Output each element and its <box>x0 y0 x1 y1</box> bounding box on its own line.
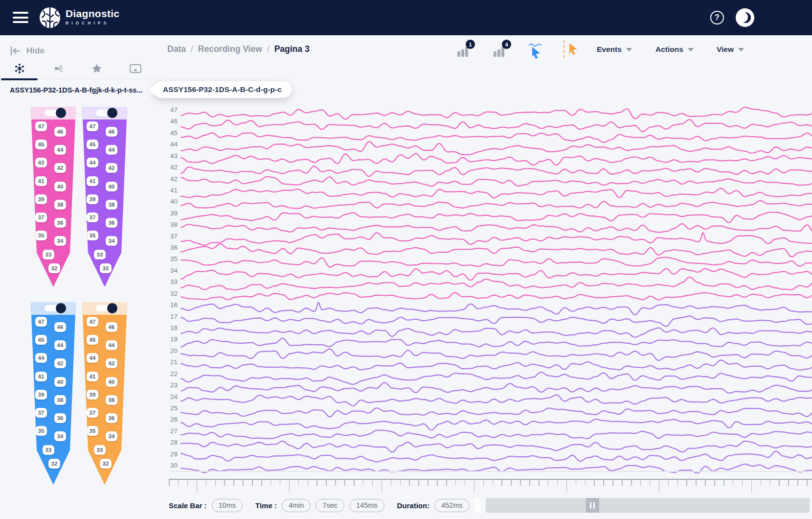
electrode-chip[interactable]: 41 <box>35 372 47 381</box>
shank-toggle[interactable] <box>45 110 62 116</box>
electrode-chip[interactable]: 45 <box>35 140 47 149</box>
electrode-chip[interactable]: 36 <box>106 218 117 228</box>
electrode-chip[interactable]: 38 <box>54 200 66 210</box>
electrode-chip[interactable]: 40 <box>106 377 117 387</box>
electrode-chip[interactable]: 40 <box>106 182 117 191</box>
electrode-chip[interactable]: 47 <box>35 121 47 131</box>
electrode-chip[interactable]: 44 <box>106 145 117 155</box>
tab-screen-share[interactable] <box>116 63 155 79</box>
electrode-chip[interactable]: 44 <box>106 340 117 350</box>
electrode-chip[interactable]: 44 <box>54 340 66 350</box>
electrode-chip[interactable]: 45 <box>87 140 98 149</box>
electrode-chip[interactable]: 42 <box>54 163 66 173</box>
chart-group-1-button[interactable]: 1 <box>457 44 472 57</box>
hide-sidebar-button[interactable]: Hide <box>10 46 45 56</box>
electrode-chip[interactable]: 46 <box>106 322 117 332</box>
time-scrollbar-handle[interactable] <box>586 498 599 513</box>
chart-group-4-button[interactable]: 4 <box>494 44 508 57</box>
electrode-chip[interactable]: 37 <box>87 212 98 222</box>
event-cursor-tool-button[interactable] <box>567 41 584 58</box>
dark-mode-toggle-moon-icon[interactable] <box>736 8 754 27</box>
electrode-chip[interactable]: 32 <box>48 263 60 273</box>
electrode-chip[interactable]: 35 <box>35 231 47 240</box>
tab-probe[interactable] <box>0 63 39 79</box>
help-icon[interactable]: ? <box>710 11 724 24</box>
electrode-chip[interactable]: 46 <box>54 322 66 332</box>
electrode-chip[interactable]: 35 <box>87 231 98 240</box>
electrode-chip[interactable]: 37 <box>87 408 98 418</box>
events-dropdown[interactable]: Events <box>597 45 632 54</box>
electrode-chip[interactable]: 44 <box>87 158 98 167</box>
electrode-chip[interactable]: 32 <box>48 459 60 469</box>
electrode-chip[interactable]: 42 <box>106 163 117 173</box>
electrode-chip[interactable]: 33 <box>43 250 54 260</box>
tab-favorites[interactable] <box>78 63 116 79</box>
breadcrumb-item: Pagina 3 <box>274 44 310 54</box>
breadcrumb-item[interactable]: Data <box>167 44 186 54</box>
breadcrumb-item[interactable]: Recording View <box>198 44 262 54</box>
probe-name[interactable]: ASSY156-P32-1DS-A-B-fgjk-d-k-p-t-ss... <box>10 86 153 94</box>
electrode-chip[interactable]: 33 <box>43 445 54 455</box>
shank-toggle[interactable] <box>96 110 113 116</box>
electrode-chip[interactable]: 36 <box>106 413 117 423</box>
electrode-chip[interactable]: 40 <box>54 377 66 387</box>
time-scrollbar-track[interactable] <box>486 498 810 513</box>
electrode-chip[interactable]: 39 <box>87 390 98 400</box>
time-label: Time : <box>255 501 277 510</box>
electrode-chip[interactable]: 39 <box>87 194 98 204</box>
electrode-chip[interactable]: 35 <box>87 426 98 436</box>
scale-bar-value[interactable]: 10ms <box>212 499 243 512</box>
hamburger-menu-icon[interactable] <box>13 12 28 24</box>
duration-value[interactable]: 452ms <box>434 499 470 512</box>
electrode-chip[interactable]: 39 <box>35 194 47 204</box>
electrode-chip[interactable]: 38 <box>106 395 117 405</box>
electrode-chip[interactable]: 38 <box>54 395 66 405</box>
electrode-chip[interactable]: 40 <box>54 182 66 191</box>
time-value-pill[interactable]: 7sec <box>316 499 344 512</box>
electrode-chip[interactable]: 46 <box>106 127 117 137</box>
actions-dropdown[interactable]: Actions <box>655 45 694 54</box>
electrode-chip[interactable]: 36 <box>54 218 66 228</box>
electrode-chip[interactable]: 41 <box>87 372 98 381</box>
time-value-pill[interactable]: 4min <box>282 499 311 512</box>
electrode-chip[interactable]: 33 <box>94 250 106 260</box>
view-dropdown[interactable]: View <box>717 45 744 54</box>
electrode-chip[interactable]: 45 <box>87 335 98 345</box>
electrode-chip[interactable]: 44 <box>54 145 66 155</box>
shank-header <box>31 302 76 315</box>
electrode-chip[interactable]: 39 <box>35 390 47 400</box>
time-value-pill[interactable]: 145ms <box>349 499 384 512</box>
electrode-chip[interactable]: 44 <box>87 353 98 363</box>
channel-label: 46 <box>155 118 178 125</box>
electrode-chip[interactable]: 35 <box>35 426 47 436</box>
electrode-chip[interactable]: 34 <box>54 236 66 246</box>
electrode-chip[interactable]: 32 <box>100 459 112 469</box>
brand-subtitle: BIOCHIPS <box>66 21 119 25</box>
electrode-chip[interactable]: 44 <box>35 353 47 363</box>
electrode-chip[interactable]: 41 <box>35 176 47 186</box>
electrode-chip[interactable]: 37 <box>35 212 47 222</box>
shank-toggle[interactable] <box>45 305 62 311</box>
electrode-chip[interactable]: 37 <box>35 408 47 418</box>
electrode-chip[interactable]: 41 <box>87 176 98 186</box>
electrode-chip[interactable]: 33 <box>94 445 106 455</box>
electrode-chip[interactable]: 38 <box>106 200 117 210</box>
electrode-chip[interactable]: 43 <box>35 158 47 167</box>
electrode-chip[interactable]: 47 <box>87 121 98 131</box>
electrode-chip[interactable]: 42 <box>54 358 66 368</box>
electrode-chip[interactable]: 32 <box>100 263 112 273</box>
shank-toggle[interactable] <box>96 305 113 311</box>
tab-clusters[interactable] <box>39 63 77 79</box>
electrode-chip[interactable]: 46 <box>54 127 66 137</box>
electrode-chip[interactable]: 47 <box>35 317 47 327</box>
electrode-chip[interactable]: 34 <box>54 431 66 441</box>
electrode-chip[interactable]: 36 <box>54 413 66 423</box>
electrode-chip[interactable]: 42 <box>106 358 117 368</box>
electrode-chip[interactable]: 47 <box>87 317 98 327</box>
electrode-chip[interactable]: 34 <box>106 236 117 246</box>
electrode-chip[interactable]: 34 <box>106 431 117 441</box>
trace-cursor-tool-button[interactable] <box>528 41 545 58</box>
electrode-chip[interactable]: 45 <box>35 335 47 345</box>
trace-canvas[interactable] <box>155 69 812 480</box>
actions-label: Actions <box>655 45 683 54</box>
